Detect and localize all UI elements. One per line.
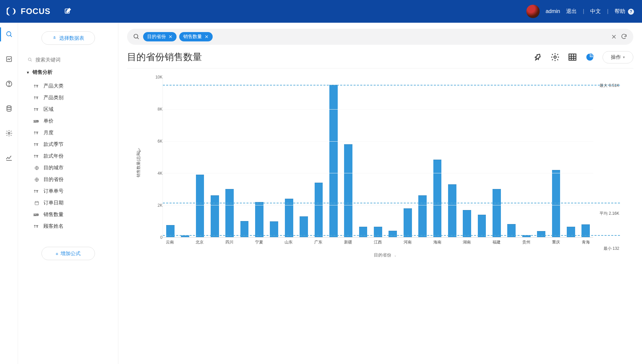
close-icon[interactable]: ✕ xyxy=(169,34,173,39)
svg-text:T: T xyxy=(36,225,38,228)
refresh-icon[interactable] xyxy=(621,33,627,40)
svg-text:T: T xyxy=(36,155,38,158)
bar[interactable] xyxy=(463,210,471,237)
logout-link[interactable]: 退出 xyxy=(566,8,577,15)
lang-link[interactable]: 中文 xyxy=(590,8,601,15)
rail-help[interactable] xyxy=(0,77,18,91)
sidebar-search-input[interactable] xyxy=(35,57,109,62)
x-axis: 云南北京四川宁夏山东广东新疆江西河南海南湖南福建贵州重庆青海 xyxy=(163,237,593,251)
query-pill[interactable]: 目的省份✕ xyxy=(143,32,177,41)
svg-text:123: 123 xyxy=(33,213,38,216)
app-header: FOCUS admin 退出 | 中文 | 帮助 ? xyxy=(0,0,642,23)
bar[interactable] xyxy=(493,189,501,237)
reference-label: 最小 132 xyxy=(604,246,619,251)
bar-slot xyxy=(430,77,445,237)
compose-icon[interactable] xyxy=(64,8,71,15)
bar[interactable] xyxy=(300,216,308,237)
bar[interactable] xyxy=(315,183,323,237)
y-axis: 02K4K6K8K10K xyxy=(150,77,163,237)
sidebar-search[interactable] xyxy=(26,55,110,64)
avatar[interactable] xyxy=(526,5,540,18)
pin-icon[interactable] xyxy=(533,52,542,62)
bar-slot xyxy=(282,77,296,237)
help-link[interactable]: 帮助 ? xyxy=(615,8,634,15)
bar[interactable] xyxy=(448,184,456,237)
bar[interactable] xyxy=(552,170,560,237)
bar-slot xyxy=(460,77,474,237)
bar-slot xyxy=(207,77,222,237)
bar[interactable] xyxy=(285,199,293,237)
type-icon: 123 xyxy=(33,119,40,124)
bar-slot xyxy=(415,77,430,237)
query-pill[interactable]: 销售数量✕ xyxy=(179,32,213,41)
sidebar-section-title[interactable]: ▼ 销售分析 xyxy=(26,69,110,75)
type-icon: T xyxy=(33,189,40,194)
page-title: 目的省份销售数量 xyxy=(127,51,202,63)
bar-slot xyxy=(341,77,356,237)
rail-settings[interactable] xyxy=(0,126,18,140)
rail-chart[interactable] xyxy=(0,52,18,66)
field-item[interactable]: 123单价 xyxy=(26,115,110,127)
main: 目的省份✕销售数量✕ 目的省份销售数量 操作 ▾ ❯ 销售数 xyxy=(118,23,642,364)
bar[interactable] xyxy=(433,160,442,237)
clear-icon[interactable] xyxy=(611,33,617,40)
bar[interactable] xyxy=(255,202,263,237)
bar[interactable] xyxy=(225,189,234,237)
bar[interactable] xyxy=(418,195,427,237)
field-item[interactable]: T订单单号 xyxy=(26,185,110,197)
bar[interactable] xyxy=(329,85,338,237)
bar-slot xyxy=(296,77,311,237)
bar-slot xyxy=(237,77,252,237)
field-item[interactable]: 订单日期 xyxy=(26,197,110,209)
user-label[interactable]: admin xyxy=(546,8,560,14)
title-actions: 操作 ▾ xyxy=(533,51,633,63)
bar[interactable] xyxy=(344,144,352,237)
gear-icon[interactable] xyxy=(550,52,560,62)
actions-button[interactable]: 操作 ▾ xyxy=(603,51,633,63)
rail-db[interactable] xyxy=(0,102,18,116)
search-icon xyxy=(133,33,140,40)
field-item[interactable]: T款式季节 xyxy=(26,139,110,150)
add-formula-button[interactable]: + 增加公式 xyxy=(41,247,95,260)
field-item[interactable]: 目的城市 xyxy=(26,162,110,174)
field-item[interactable]: T区域 xyxy=(26,104,110,115)
caret-down-icon: ▼ xyxy=(26,70,30,74)
bar[interactable] xyxy=(478,215,486,237)
bar-slot xyxy=(178,77,192,237)
reference-label: 平均 2.16K xyxy=(600,210,619,216)
x-axis-label[interactable]: 目的省份 ⌄ xyxy=(150,252,620,258)
table-icon[interactable] xyxy=(568,52,577,62)
rail-search[interactable] xyxy=(0,27,18,41)
bar[interactable] xyxy=(404,208,412,237)
field-item[interactable]: T产品大类 xyxy=(26,80,110,92)
reference-label: 最大 9.51K xyxy=(600,83,619,88)
bar-slot xyxy=(222,77,237,237)
svg-text:T: T xyxy=(36,84,38,88)
field-item[interactable]: T顾客姓名 xyxy=(26,220,110,232)
plot-area xyxy=(163,77,593,237)
bar-slot xyxy=(534,77,548,237)
bar[interactable] xyxy=(389,231,397,237)
field-item[interactable]: T款式年份 xyxy=(26,150,110,162)
field-item[interactable]: T月度 xyxy=(26,127,110,139)
chart: ❯ 销售数量(总和) 02K4K6K8K10K 云南北京四川宁夏山东广东新疆江西… xyxy=(127,71,633,268)
query-bar[interactable]: 目的省份✕销售数量✕ xyxy=(127,29,633,45)
field-item[interactable]: 目的省份 xyxy=(26,174,110,185)
field-item[interactable]: 123销售数量 xyxy=(26,209,110,220)
bar[interactable] xyxy=(196,175,204,237)
pie-chart-icon[interactable] xyxy=(585,52,595,62)
svg-point-6 xyxy=(8,132,10,134)
svg-point-5 xyxy=(7,106,11,108)
bar-slot xyxy=(445,77,459,237)
bar[interactable] xyxy=(211,195,219,237)
svg-text:T: T xyxy=(36,108,38,111)
bar-slot xyxy=(578,77,593,237)
bar[interactable] xyxy=(181,235,189,237)
close-icon[interactable]: ✕ xyxy=(205,34,209,39)
field-item[interactable]: T产品类别 xyxy=(26,92,110,104)
bar[interactable] xyxy=(537,231,545,237)
type-icon: T xyxy=(33,130,40,136)
svg-text:T: T xyxy=(36,143,38,146)
rail-trend[interactable] xyxy=(0,151,18,165)
select-table-button[interactable]: 选择数据表 xyxy=(41,31,95,45)
